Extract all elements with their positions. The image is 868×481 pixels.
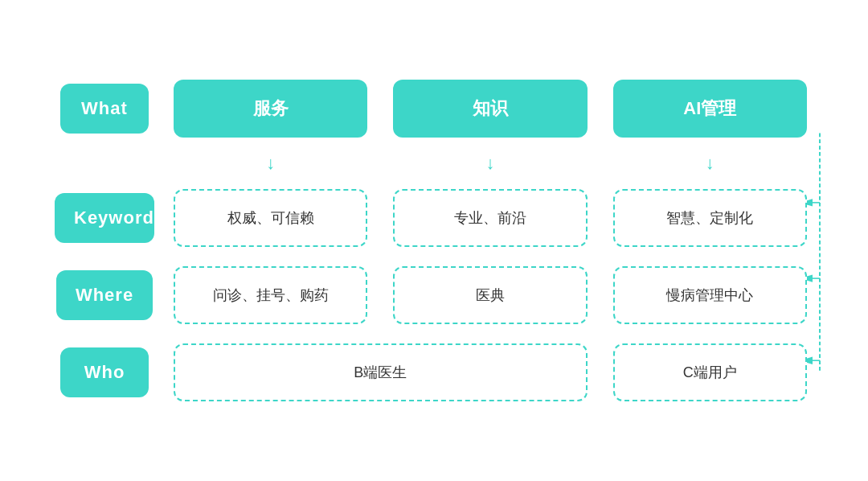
knowledge-box: 知识 — [393, 80, 587, 138]
professional-cell: 专业、前沿 — [380, 179, 600, 257]
c-user-box: C端用户 — [613, 343, 807, 401]
ai-cell: AI管理 — [600, 70, 820, 147]
c-user-text: C端用户 — [683, 363, 737, 382]
service-cell: 服务 — [161, 70, 380, 147]
professional-text: 专业、前沿 — [454, 208, 526, 228]
knowledge-text: 知识 — [473, 97, 508, 121]
keyword-box: Keyword — [55, 193, 154, 243]
service-box: 服务 — [174, 80, 367, 138]
consultation-text: 问诊、挂号、购药 — [213, 286, 329, 305]
who-text: Who — [84, 362, 125, 382]
professional-box: 专业、前沿 — [393, 189, 587, 247]
where-text: Where — [76, 285, 133, 305]
consultation-cell: 问诊、挂号、购药 — [161, 257, 380, 334]
authoritative-cell: 权威、可信赖 — [161, 179, 380, 257]
what-text: What — [81, 98, 128, 118]
chronic-cell: 慢病管理中心 — [600, 257, 820, 334]
authoritative-box: 权威、可信赖 — [174, 189, 367, 247]
medical-box: 医典 — [393, 266, 587, 324]
label-what: What — [48, 70, 161, 147]
arrow-service: ↓ — [161, 147, 380, 179]
ai-text: AI管理 — [683, 97, 736, 121]
consultation-box: 问诊、挂号、购药 — [174, 266, 367, 324]
label-where: Where — [48, 257, 161, 334]
chronic-box: 慢病管理中心 — [613, 266, 807, 324]
chronic-text: 慢病管理中心 — [666, 286, 753, 305]
arrow-ai: ↓ — [600, 147, 820, 179]
label-who: Who — [48, 334, 161, 411]
keyword-text: Keyword — [74, 208, 154, 228]
where-box: Where — [56, 270, 153, 320]
arrow-knowledge: ↓ — [380, 147, 600, 179]
c-user-cell: C端用户 — [600, 334, 820, 411]
label-keyword: Keyword — [48, 179, 161, 257]
diagram-wrapper: What 服务 知识 AI管理 ↓ ↓ ↓ Keyword — [48, 70, 820, 411]
medical-text: 医典 — [476, 286, 505, 305]
what-box: What — [60, 84, 149, 134]
smart-cell: 智慧、定制化 — [600, 179, 820, 257]
ai-box: AI管理 — [613, 80, 807, 138]
smart-box: 智慧、定制化 — [613, 189, 807, 247]
b-doctor-box: B端医生 — [174, 343, 588, 401]
authoritative-text: 权威、可信赖 — [227, 208, 314, 228]
who-box: Who — [60, 347, 149, 397]
medical-cell: 医典 — [380, 257, 600, 334]
arrow-empty-1 — [48, 147, 161, 179]
main-grid: What 服务 知识 AI管理 ↓ ↓ ↓ Keyword — [48, 70, 820, 411]
service-text: 服务 — [253, 97, 289, 121]
smart-text: 智慧、定制化 — [666, 208, 753, 228]
knowledge-cell: 知识 — [380, 70, 600, 147]
b-doctor-cell: B端医生 — [161, 334, 600, 411]
b-doctor-text: B端医生 — [354, 363, 407, 382]
